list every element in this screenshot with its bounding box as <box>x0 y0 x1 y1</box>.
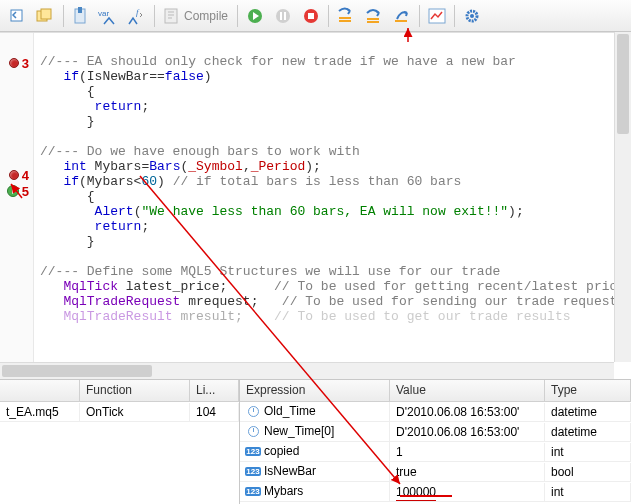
breakpoint-icon[interactable] <box>9 58 19 68</box>
watch-expr: New_Time[0] <box>264 424 334 438</box>
number-icon: 123 <box>246 485 260 499</box>
svg-rect-14 <box>339 17 351 19</box>
svg-text:f: f <box>136 7 140 17</box>
col-file[interactable] <box>0 380 80 401</box>
watch-row[interactable]: New_Time[0]D'2010.06.08 16:53:00'datetim… <box>240 422 631 442</box>
step-out-button[interactable] <box>389 3 415 29</box>
svg-point-9 <box>276 9 290 23</box>
watch-type: datetime <box>545 403 631 421</box>
watch-row[interactable]: Old_TimeD'2010.06.08 16:53:00'datetime <box>240 402 631 422</box>
stop-button[interactable] <box>298 3 324 29</box>
watch-pane: Expression Value Type Old_TimeD'2010.06.… <box>240 380 631 504</box>
datetime-icon <box>246 405 260 419</box>
vertical-scrollbar[interactable] <box>614 32 631 362</box>
horizontal-scrollbar[interactable] <box>0 362 614 379</box>
step-over-button[interactable] <box>361 3 387 29</box>
toolbar: var f Compile <box>0 0 631 32</box>
watch-type: datetime <box>545 423 631 441</box>
step-num-3: 3 <box>22 56 29 71</box>
svg-rect-4 <box>78 7 82 13</box>
number-icon: 123 <box>246 465 260 479</box>
callstack-row[interactable]: t_EA.mq5 OnTick 104 <box>0 402 239 422</box>
number-icon: 123 <box>246 445 260 459</box>
svg-rect-10 <box>280 12 282 20</box>
watch-expr: Mybars <box>264 484 303 498</box>
watch-value: 100000 <box>390 483 545 501</box>
watch-row[interactable]: 123Mybars100000int <box>240 482 631 502</box>
gutter[interactable]: 3 4 5 <box>0 33 34 362</box>
toggle-bookmark-button[interactable] <box>68 3 94 29</box>
svg-rect-16 <box>367 18 379 20</box>
chart-button[interactable] <box>424 3 450 29</box>
svg-rect-17 <box>367 21 379 23</box>
col-type[interactable]: Type <box>545 380 631 401</box>
step-into-button[interactable] <box>333 3 359 29</box>
watch-value: D'2010.06.08 16:53:00' <box>390 423 545 441</box>
breakpoint-icon[interactable] <box>9 170 19 180</box>
pause-button[interactable] <box>270 3 296 29</box>
svg-rect-7 <box>165 9 177 23</box>
watch-type: int <box>545 443 631 461</box>
watch-value: 1 <box>390 443 545 461</box>
watch-row[interactable]: 123copied1int <box>240 442 631 462</box>
current-line-icon <box>7 185 20 198</box>
svg-rect-11 <box>284 12 286 20</box>
settings-button[interactable] <box>459 3 485 29</box>
step-num-4: 4 <box>22 168 29 183</box>
function-insert-button[interactable]: f <box>124 3 150 29</box>
nav-back-button[interactable] <box>5 3 31 29</box>
svg-rect-13 <box>308 13 314 19</box>
datetime-icon <box>246 425 260 439</box>
watch-header: Expression Value Type <box>240 380 631 402</box>
col-function[interactable]: Function <box>80 380 190 401</box>
col-line[interactable]: Li... <box>190 380 239 401</box>
callstack-pane: Function Li... t_EA.mq5 OnTick 104 <box>0 380 240 504</box>
code-editor[interactable]: 3 4 5 //--- EA should only check for new… <box>0 32 631 362</box>
step-num-5: 5 <box>22 184 29 199</box>
watch-row[interactable]: 123IsNewBartruebool <box>240 462 631 482</box>
run-button[interactable] <box>242 3 268 29</box>
svg-rect-15 <box>339 20 351 22</box>
watch-type: int <box>545 483 631 501</box>
watch-expr: IsNewBar <box>264 464 316 478</box>
svg-text:var: var <box>98 9 109 18</box>
svg-rect-18 <box>395 20 407 22</box>
compile-icon <box>164 8 180 24</box>
watch-type: bool <box>545 463 631 481</box>
var-insert-button[interactable]: var <box>96 3 122 29</box>
svg-point-21 <box>470 14 474 18</box>
compile-button[interactable]: Compile <box>158 3 234 29</box>
nav-files-button[interactable] <box>33 3 59 29</box>
watch-value: D'2010.06.08 16:53:00' <box>390 403 545 421</box>
watch-expr: Old_Time <box>264 404 316 418</box>
compile-label: Compile <box>184 9 228 23</box>
watch-expr: copied <box>264 444 299 458</box>
code-text[interactable]: //--- EA should only check for new trade… <box>34 33 631 362</box>
col-expression[interactable]: Expression <box>240 380 390 401</box>
col-value[interactable]: Value <box>390 380 545 401</box>
callstack-header: Function Li... <box>0 380 239 402</box>
watch-value: true <box>390 463 545 481</box>
svg-rect-2 <box>41 9 51 19</box>
